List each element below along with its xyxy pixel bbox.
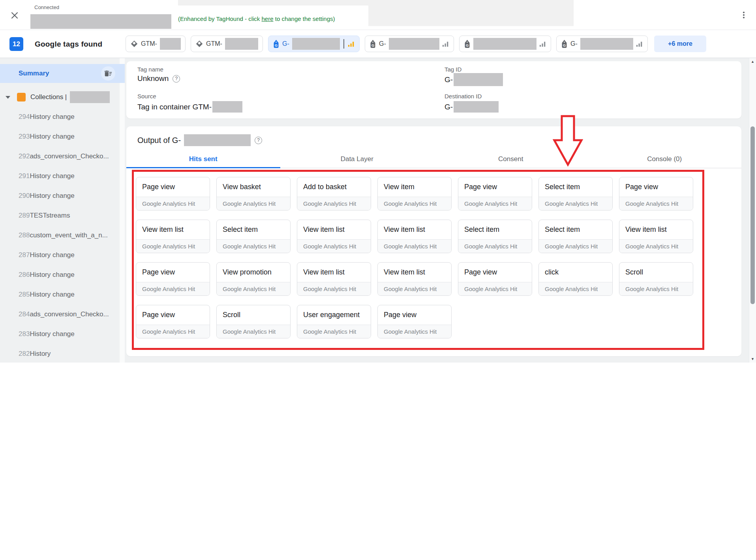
sidebar-event-item[interactable]: 292ads_conversion_Checko...: [0, 147, 125, 166]
hit-card[interactable]: View basketGoogle Analytics Hit: [216, 177, 291, 210]
event-label: History change: [30, 113, 74, 120]
hit-card[interactable]: clickGoogle Analytics Hit: [538, 262, 613, 296]
google-tags-bar: 12 Google tags found GTM-GTM-GG-GG-GGG- …: [0, 30, 756, 58]
svg-text:G: G: [371, 43, 374, 47]
help-icon[interactable]: ?: [173, 75, 180, 83]
hit-card[interactable]: ScrollGoogle Analytics Hit: [619, 262, 693, 296]
hit-card[interactable]: Select itemGoogle Analytics Hit: [216, 220, 291, 253]
hit-card[interactable]: View item listGoogle Analytics Hit: [377, 262, 452, 296]
page-scrollbar[interactable]: ▲ ▼: [749, 58, 756, 363]
hit-card[interactable]: View item listGoogle Analytics Hit: [136, 220, 210, 253]
hit-card[interactable]: Select itemGoogle Analytics Hit: [458, 220, 532, 253]
more-tags-button[interactable]: +6 more: [654, 36, 706, 52]
hit-type-label: Google Analytics Hit: [136, 239, 210, 253]
tab-data-layer[interactable]: Data Layer: [280, 150, 434, 168]
tag-chip[interactable]: GG-: [365, 36, 454, 52]
analytics-bars-icon: [442, 41, 449, 47]
tab-console-0[interactable]: Console (0): [588, 150, 742, 168]
hit-event-name: View promotion: [217, 263, 290, 282]
hit-type-label: Google Analytics Hit: [297, 325, 371, 338]
chevron-down-icon: [6, 96, 10, 99]
hit-card[interactable]: View item listGoogle Analytics Hit: [297, 262, 371, 296]
sidebar-event-item[interactable]: 287History change: [0, 245, 125, 265]
hit-card[interactable]: View item listGoogle Analytics Hit: [377, 220, 452, 253]
event-label: custom_event_with_a_n...: [30, 231, 108, 239]
gtm-diamond-icon: [195, 40, 203, 48]
redacted-tag-id: [160, 38, 181, 50]
sidebar-event-item[interactable]: 285History change: [0, 285, 125, 304]
hit-event-name: Page view: [136, 263, 210, 282]
scroll-down-arrow[interactable]: ▼: [749, 357, 756, 361]
event-list: 294History change293History change292ads…: [0, 107, 125, 363]
output-tabs: Hits sentData LayerConsentConsole (0): [126, 150, 741, 168]
tag-chip[interactable]: GTM-: [126, 36, 186, 52]
scroll-up-arrow[interactable]: ▲: [749, 60, 756, 64]
hit-card[interactable]: Page viewGoogle Analytics Hit: [377, 305, 452, 338]
sidebar-event-item[interactable]: 288custom_event_with_a_n...: [0, 226, 125, 245]
help-icon[interactable]: ?: [255, 137, 262, 144]
sidebar-event-item[interactable]: 284ads_conversion_Checko...: [0, 304, 125, 324]
enhanced-prefix: (Enhanced by TagHound - click: [178, 15, 262, 22]
destination-id-label: Destination ID: [445, 93, 482, 100]
tab-consent[interactable]: Consent: [434, 150, 588, 168]
redacted-site-name: [30, 14, 171, 29]
hit-card[interactable]: Page viewGoogle Analytics Hit: [458, 262, 532, 296]
hit-card[interactable]: ScrollGoogle Analytics Hit: [216, 305, 291, 338]
more-menu-icon[interactable]: [739, 10, 748, 20]
event-number: 290: [19, 192, 30, 199]
connected-label: Connected: [34, 4, 59, 10]
hit-card[interactable]: Page viewGoogle Analytics Hit: [136, 177, 210, 210]
hit-event-name: Select item: [458, 220, 532, 239]
collections-label: Collections |: [30, 93, 67, 101]
hit-card[interactable]: View itemGoogle Analytics Hit: [377, 177, 452, 210]
hit-event-name: Scroll: [217, 305, 290, 325]
hit-card[interactable]: View promotionGoogle Analytics Hit: [216, 262, 291, 296]
tab-hits-sent[interactable]: Hits sent: [126, 150, 280, 168]
event-number: 292: [19, 152, 30, 160]
analytics-bars-icon: [348, 41, 355, 47]
tag-chip[interactable]: GG-: [556, 36, 648, 52]
here-link[interactable]: here: [262, 15, 274, 22]
hit-type-label: Google Analytics Hit: [136, 325, 210, 338]
hit-type-label: Google Analytics Hit: [458, 197, 532, 210]
close-icon[interactable]: [9, 10, 20, 21]
sidebar-collections-row[interactable]: Collections |: [0, 90, 125, 104]
event-number: 286: [19, 271, 30, 278]
hit-card[interactable]: Select itemGoogle Analytics Hit: [538, 220, 613, 253]
sidebar-event-item[interactable]: 286History change: [0, 265, 125, 285]
hit-card[interactable]: Page viewGoogle Analytics Hit: [136, 305, 210, 338]
sidebar-event-item[interactable]: 289TESTstreams: [0, 206, 125, 226]
tag-name-text: Unknown: [137, 74, 169, 83]
hit-card[interactable]: Page viewGoogle Analytics Hit: [619, 177, 693, 210]
sidebar-event-item[interactable]: 282History: [0, 344, 125, 363]
redacted-collection-name: [70, 91, 110, 103]
clear-events-button[interactable]: [101, 66, 115, 81]
sidebar-item-summary[interactable]: Summary: [0, 64, 125, 83]
hit-card[interactable]: Add to basketGoogle Analytics Hit: [297, 177, 371, 210]
event-label: History: [30, 350, 51, 357]
sidebar-event-item[interactable]: 291History change: [0, 166, 125, 186]
tag-chip[interactable]: GG-: [268, 36, 360, 52]
hit-event-name: Page view: [619, 177, 693, 197]
hit-card[interactable]: Select itemGoogle Analytics Hit: [538, 177, 613, 210]
scrollbar-thumb[interactable]: [750, 126, 755, 304]
redacted-measurement-id: [184, 134, 251, 146]
sidebar-event-item[interactable]: 293History change: [0, 127, 125, 147]
tag-chip[interactable]: G: [459, 36, 551, 52]
ga-tag-icon: G: [370, 39, 376, 48]
event-label: History change: [30, 133, 74, 140]
redacted-destination-id: [454, 101, 499, 113]
sidebar: Summary Collections | 294History change2…: [0, 58, 125, 363]
sidebar-event-item[interactable]: 283History change: [0, 324, 125, 344]
hit-card[interactable]: View item listGoogle Analytics Hit: [619, 220, 693, 253]
hit-event-name: Page view: [136, 305, 210, 325]
sidebar-event-item[interactable]: 294History change: [0, 107, 125, 127]
hit-card[interactable]: Page viewGoogle Analytics Hit: [136, 262, 210, 296]
sidebar-event-item[interactable]: 290History change: [0, 186, 125, 206]
hit-card[interactable]: Page viewGoogle Analytics Hit: [458, 177, 532, 210]
hit-card[interactable]: User engagementGoogle Analytics Hit: [297, 305, 371, 338]
hit-card[interactable]: View item listGoogle Analytics Hit: [297, 220, 371, 253]
tag-chip[interactable]: GTM-: [191, 36, 263, 52]
event-label: History change: [30, 251, 74, 259]
source-label: Source: [137, 93, 156, 100]
